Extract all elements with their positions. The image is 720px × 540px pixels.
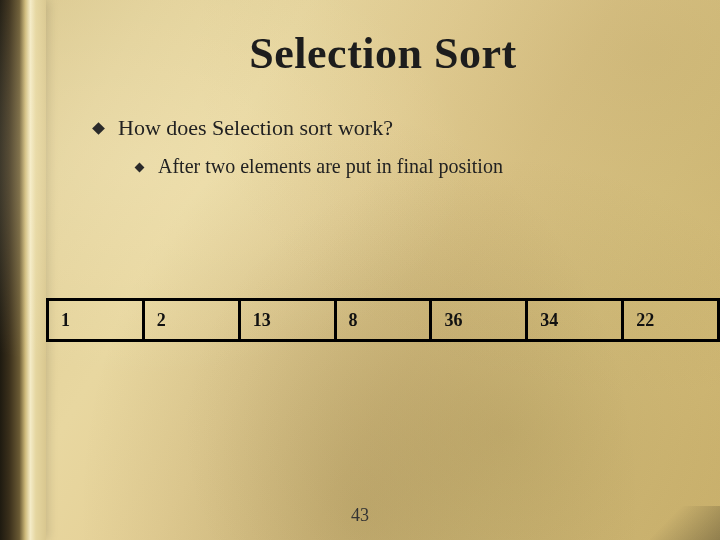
slide-page: Selection Sort How does Selection sort w… [0, 0, 720, 540]
page-number: 43 [0, 505, 720, 526]
array-cell: 13 [241, 301, 337, 339]
array-cell: 36 [432, 301, 528, 339]
bullet-level1-text: How does Selection sort work? [118, 115, 393, 140]
diamond-bullet-icon [92, 123, 105, 136]
array-cell: 34 [528, 301, 624, 339]
book-spine [0, 0, 46, 540]
bullet-list-level1: How does Selection sort work? After two … [86, 113, 680, 180]
array-cell: 22 [624, 301, 720, 339]
slide-content: Selection Sort How does Selection sort w… [46, 0, 720, 540]
bullet-level2-item: After two elements are put in final posi… [136, 153, 680, 180]
bullet-level1-item: How does Selection sort work? After two … [94, 113, 680, 180]
bullet-level2-text: After two elements are put in final posi… [158, 155, 503, 177]
array-visualization: 1 2 13 8 36 34 22 [46, 298, 720, 342]
bullet-list-level2: After two elements are put in final posi… [118, 153, 680, 180]
diamond-bullet-icon [135, 162, 145, 172]
array-cell: 2 [145, 301, 241, 339]
array-cell: 8 [337, 301, 433, 339]
array-cell: 1 [46, 301, 145, 339]
slide-title: Selection Sort [86, 28, 680, 79]
